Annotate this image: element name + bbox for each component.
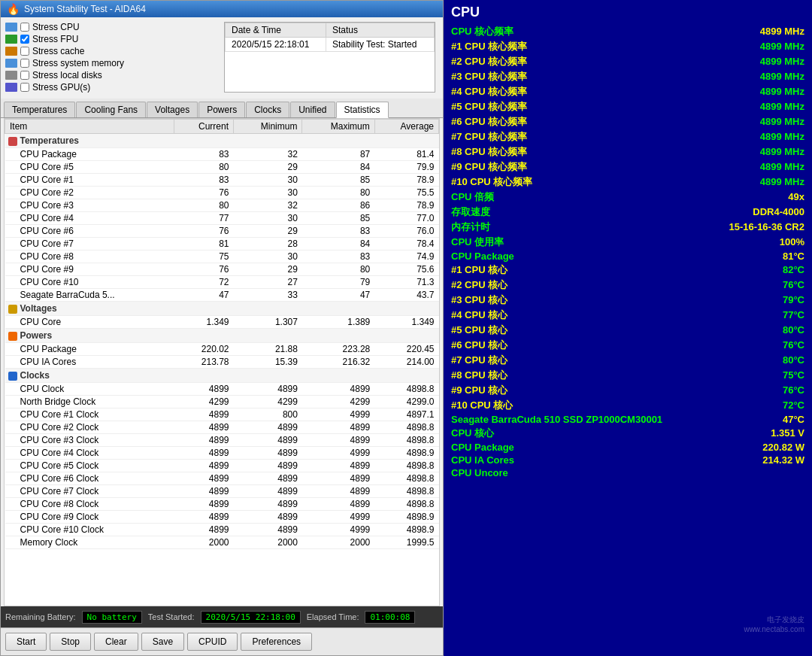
stress-gpu-checkbox[interactable] <box>20 83 29 92</box>
stat-value: 220.82 W <box>762 442 804 453</box>
stat-label: CPU 核心频率 <box>451 25 514 38</box>
stress-cpu-checkbox[interactable] <box>20 23 29 32</box>
section-header: Powers <box>5 329 439 343</box>
table-row: CPU Core #976298075.6 <box>5 263 439 276</box>
temp-section-icon <box>8 137 17 146</box>
stress-disks-checkbox[interactable] <box>20 71 29 80</box>
stats-header-item: Item <box>5 120 174 134</box>
title-bar: 🔥 System Stability Test - AIDA64 <box>1 1 443 17</box>
stat-row: #10 CPU 核心72°C <box>451 398 804 413</box>
table-row: CPU Package83328781.4 <box>5 148 439 161</box>
stat-label: #8 CPU 核心频率 <box>451 145 527 159</box>
start-button[interactable]: Start <box>5 633 47 651</box>
stop-button[interactable]: Stop <box>50 633 91 651</box>
tab-voltages[interactable]: Voltages <box>147 102 198 117</box>
tab-unified[interactable]: Unified <box>290 102 335 117</box>
tab-temperatures[interactable]: Temperatures <box>4 102 75 117</box>
stat-row: #9 CPU 核心频率4899 MHz <box>451 159 804 175</box>
stat-row: #1 CPU 核心82°C <box>451 263 804 278</box>
stat-value: 4899 MHz <box>760 86 804 97</box>
stat-label: #9 CPU 核心频率 <box>451 160 527 174</box>
table-row: CPU Core #7 Clock4899489948994898.8 <box>5 485 439 498</box>
stat-label: #7 CPU 核心频率 <box>451 130 527 144</box>
stress-cache-checkbox[interactable] <box>20 47 29 56</box>
stat-label: #2 CPU 核心 <box>451 278 508 292</box>
tab-statistics[interactable]: Statistics <box>336 102 389 118</box>
stat-row: #4 CPU 核心频率4899 MHz <box>451 84 804 99</box>
stat-label: #4 CPU 核心 <box>451 308 508 322</box>
left-panel: 🔥 System Stability Test - AIDA64 Stress … <box>0 0 444 656</box>
stress-gpu-label: Stress GPU(s) <box>32 82 90 93</box>
cpu-chip-icon <box>5 23 17 32</box>
stats-header-average: Average <box>374 120 438 134</box>
stat-row: CPU Package220.82 W <box>451 441 804 454</box>
stress-fpu-checkbox[interactable] <box>20 35 29 44</box>
volt-section-icon <box>8 305 17 314</box>
log-header-status: Status <box>326 23 434 38</box>
stat-row: 存取速度DDR4-4000 <box>451 205 804 220</box>
tab-cooling-fans[interactable]: Cooling Fans <box>76 102 146 117</box>
section-header: Clocks <box>5 369 439 383</box>
stat-value: 77°C <box>783 309 804 320</box>
table-row: CPU Clock4899489948994898.8 <box>5 383 439 396</box>
stat-label: CPU Package <box>451 251 514 262</box>
stat-label: CPU 核心 <box>451 427 494 440</box>
table-row: CPU Core #4 Clock4899489949994898.9 <box>5 447 439 460</box>
gpu-icon <box>5 83 17 92</box>
clear-button[interactable]: Clear <box>94 633 138 651</box>
elapsed-time-value: 01:00:08 <box>365 611 415 624</box>
stat-label: 存取速度 <box>451 205 490 219</box>
stat-value: 4899 MHz <box>760 146 804 157</box>
stress-cache-row: Stress cache <box>5 46 215 56</box>
stress-fpu-row: Stress FPU <box>5 34 215 44</box>
cpuid-button[interactable]: CPUID <box>187 633 238 651</box>
stat-value: 4899 MHz <box>760 26 804 37</box>
table-row: CPU Core #183308578.9 <box>5 174 439 187</box>
stat-value: 76°C <box>783 339 804 351</box>
table-row: CPU Core #781288478.4 <box>5 238 439 251</box>
stat-value: 4899 MHz <box>760 161 804 172</box>
stat-value: 4899 MHz <box>760 56 804 67</box>
stat-label: #8 CPU 核心 <box>451 369 508 382</box>
table-row: CPU Core #9 Clock4899489949994898.9 <box>5 511 439 524</box>
stat-row: #10 CPU 核心频率4899 MHz <box>451 175 804 190</box>
table-row: CPU Core1.3491.3071.3891.349 <box>5 316 439 329</box>
log-row: 2020/5/15 22:18:01Stability Test: Starte… <box>226 38 435 52</box>
stat-row: CPU Uncore <box>451 466 804 479</box>
stat-label: #4 CPU 核心频率 <box>451 85 527 99</box>
stat-row: CPU 核心1.351 V <box>451 426 804 441</box>
stat-row: Seagate BarraCuda 510 SSD ZP1000CM300014… <box>451 413 804 426</box>
table-row: CPU Core #2 Clock4899489948994898.8 <box>5 421 439 434</box>
stat-row: #7 CPU 核心频率4899 MHz <box>451 129 804 144</box>
stat-row: CPU Package81°C <box>451 250 804 263</box>
stat-row: #4 CPU 核心77°C <box>451 308 804 323</box>
stat-row: #2 CPU 核心76°C <box>451 278 804 293</box>
tab-powers[interactable]: Powers <box>198 102 245 117</box>
stats-header-current: Current <box>174 120 234 134</box>
save-button[interactable]: Save <box>141 633 184 651</box>
stat-row: #7 CPU 核心80°C <box>451 353 804 368</box>
stat-row: #6 CPU 核心76°C <box>451 338 804 353</box>
table-row: Memory Clock2000200020001999.5 <box>5 536 439 549</box>
stat-label: #5 CPU 核心频率 <box>451 100 527 114</box>
table-row: CPU Package220.0221.88223.28220.45 <box>5 343 439 356</box>
stats-area[interactable]: ItemCurrentMinimumMaximumAverage Tempera… <box>4 118 440 606</box>
tab-clocks[interactable]: Clocks <box>246 102 289 117</box>
preferences-button[interactable]: Preferences <box>241 633 312 651</box>
stress-disks-label: Stress local disks <box>32 70 102 80</box>
table-row: CPU Core #875308374.9 <box>5 251 439 263</box>
stress-gpu-row: Stress GPU(s) <box>5 82 215 93</box>
stat-row: CPU IA Cores214.32 W <box>451 454 804 466</box>
stat-label: CPU 倍频 <box>451 190 494 204</box>
cache-chip-icon <box>5 47 17 56</box>
stat-value: 15-16-16-36 CR2 <box>729 221 804 232</box>
remaining-battery-value: No battery <box>82 611 142 624</box>
stat-value: 1.351 V <box>771 427 804 439</box>
fpu-chip-icon <box>5 35 17 44</box>
stat-label: CPU 使用率 <box>451 235 504 249</box>
app-title: System Stability Test - AIDA64 <box>24 4 146 14</box>
stress-memory-checkbox[interactable] <box>20 59 29 68</box>
stat-label: #6 CPU 核心 <box>451 339 508 352</box>
elapsed-time-label: Elapsed Time: <box>307 612 359 621</box>
stress-cpu-row: Stress CPU <box>5 22 215 32</box>
